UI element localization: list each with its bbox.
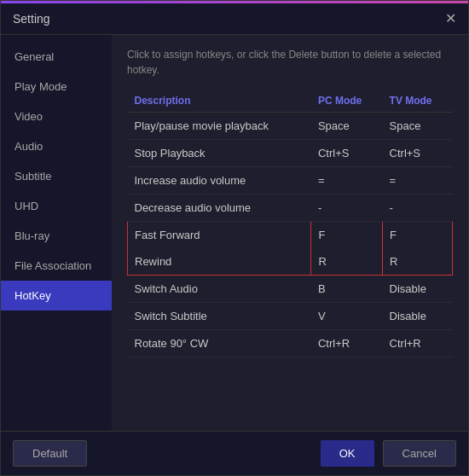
table-header-row: Description PC Mode TV Mode [128,90,453,113]
sidebar: GeneralPlay ModeVideoAudioSubtitleUHDBlu… [1,35,112,431]
cell-description: Fast Forward [128,222,311,249]
close-button[interactable]: ✕ [445,12,456,26]
table-row[interactable]: Stop PlaybackCtrl+SCtrl+S [128,140,453,167]
hotkey-table-container[interactable]: Description PC Mode TV Mode Play/pause m… [127,90,453,419]
col-description: Description [128,90,311,113]
col-pc-mode: PC Mode [311,90,383,113]
table-row[interactable]: Rotate 90° CWCtrl+RCtrl+R [128,330,453,357]
cell-description: Increase audio volume [128,167,311,194]
cell-description: Switch Subtitle [128,303,311,330]
sidebar-item-hotkey[interactable]: HotKey [1,281,112,311]
table-row[interactable]: Fast ForwardFF [128,222,453,249]
cell-pc: Ctrl+S [311,140,383,167]
cell-tv: Space [383,113,453,140]
hint-text: Click to assign hotkeys, or click the De… [127,47,453,78]
table-row[interactable]: Play/pause movie playbackSpaceSpace [128,113,453,140]
default-button[interactable]: Default [13,440,87,467]
cell-tv: = [383,167,453,194]
cell-pc: Ctrl+R [311,330,383,357]
cell-description: Switch Audio [128,276,311,303]
cell-pc: V [311,303,383,330]
footer-left: Default [13,440,87,467]
cell-tv: Disable [383,303,453,330]
hotkey-table: Description PC Mode TV Mode Play/pause m… [127,90,453,357]
cell-pc: R [311,248,383,276]
sidebar-item-uhd[interactable]: UHD [1,191,112,221]
sidebar-item-general[interactable]: General [1,42,112,72]
cell-tv: Ctrl+R [383,330,453,357]
col-tv-mode: TV Mode [383,90,453,113]
table-row[interactable]: RewindRR [128,248,453,276]
main-panel: Click to assign hotkeys, or click the De… [112,35,468,431]
footer-right: OK Cancel [321,440,456,467]
footer: Default OK Cancel [1,431,468,475]
cell-tv: F [383,222,453,249]
cell-pc: F [311,222,383,249]
cell-description: Rewind [128,248,311,276]
table-row[interactable]: Switch SubtitleVDisable [128,303,453,330]
sidebar-item-subtitle[interactable]: Subtitle [1,161,112,191]
window-title: Setting [13,12,50,26]
table-row[interactable]: Switch AudioBDisable [128,276,453,303]
cell-pc: - [311,194,383,222]
sidebar-item-file-association[interactable]: File Association [1,251,112,281]
cell-tv: R [383,248,453,276]
cell-description: Stop Playback [128,140,311,167]
cell-pc: Space [311,113,383,140]
cell-description: Play/pause movie playback [128,113,311,140]
cell-pc: B [311,276,383,303]
table-row[interactable]: Decrease audio volume-- [128,194,453,222]
cell-tv: Disable [383,276,453,303]
sidebar-item-blu-ray[interactable]: Blu-ray [1,221,112,251]
sidebar-item-video[interactable]: Video [1,102,112,131]
cell-description: Decrease audio volume [128,194,311,222]
cell-description: Rotate 90° CW [128,330,311,357]
table-row[interactable]: Increase audio volume== [128,167,453,194]
ok-button[interactable]: OK [321,440,374,467]
settings-window: Setting ✕ GeneralPlay ModeVideoAudioSubt… [0,0,469,476]
cell-tv: - [383,194,453,222]
cell-tv: Ctrl+S [383,140,453,167]
cell-pc: = [311,167,383,194]
titlebar: Setting ✕ [1,3,468,35]
sidebar-item-audio[interactable]: Audio [1,131,112,161]
cancel-button[interactable]: Cancel [383,440,456,467]
content-area: GeneralPlay ModeVideoAudioSubtitleUHDBlu… [1,35,468,431]
sidebar-item-play-mode[interactable]: Play Mode [1,72,112,102]
